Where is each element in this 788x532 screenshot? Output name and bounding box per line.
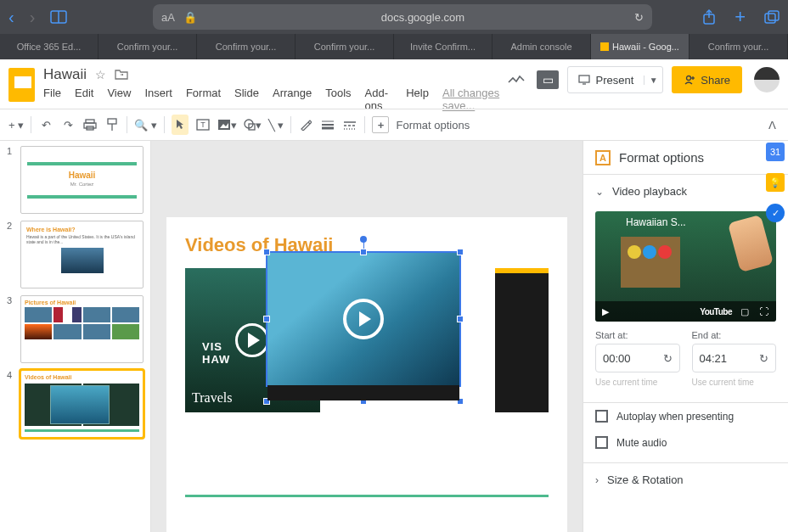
video-preview[interactable]: Hawaiian S... ▶ YouTube ▢ ⛶ <box>595 211 776 322</box>
start-at-input[interactable]: 00:00 ↻ <box>595 344 680 372</box>
video-element[interactable] <box>495 268 549 412</box>
paint-format-button[interactable] <box>104 115 120 135</box>
redo-button[interactable]: ↷ <box>60 115 76 135</box>
svg-text:T: T <box>200 120 205 129</box>
tabs-icon[interactable] <box>764 10 780 24</box>
slide[interactable]: Videos of Hawaii VISHAW Travels <box>166 217 567 532</box>
svg-rect-14 <box>108 119 116 124</box>
docs-header: Hawaii ☆ File Edit View Insert Format Sl… <box>0 59 788 109</box>
resize-handle[interactable] <box>457 249 464 255</box>
star-icon[interactable]: ☆ <box>95 68 106 81</box>
border-weight-button[interactable] <box>320 115 335 135</box>
shape-tool[interactable]: ▾ <box>244 115 262 135</box>
browser-tab[interactable]: Confirm your... <box>296 34 394 59</box>
border-dash-button[interactable] <box>342 115 357 135</box>
slide-number: 1 <box>7 146 15 214</box>
new-tab-icon[interactable]: + <box>735 6 746 28</box>
slide-thumbnail[interactable]: 3 Pictures of Hawaii <box>7 295 144 363</box>
present-dropdown[interactable]: ▼ <box>644 76 662 85</box>
move-to-folder-icon[interactable] <box>115 69 128 81</box>
share-icon[interactable] <box>702 9 716 25</box>
fullscreen-icon[interactable]: ⛶ <box>757 306 769 316</box>
browser-tab-active[interactable]: Hawaii - Goog... <box>591 34 690 59</box>
browser-tab[interactable]: Confirm your... <box>690 34 788 59</box>
checkbox-icon[interactable] <box>595 410 608 423</box>
new-slide-button[interactable]: + ▾ <box>8 115 24 135</box>
browser-tab[interactable]: Confirm your... <box>98 34 197 59</box>
svg-rect-4 <box>765 14 775 23</box>
format-options-icon: A <box>595 150 611 165</box>
preview-play-icon[interactable]: ▶ <box>602 306 609 317</box>
end-at-input[interactable]: 04:21 ↻ <box>692 344 777 372</box>
slide-number: 3 <box>7 295 15 363</box>
slide-thumbnail[interactable]: 2 Where is Hawaii? Hawaii is a part of t… <box>7 221 144 288</box>
section-size-rotation[interactable]: › Size & Rotation <box>583 462 788 496</box>
autoplay-checkbox-row[interactable]: Autoplay when presenting <box>583 403 788 429</box>
document-title[interactable]: Hawaii <box>43 66 87 83</box>
panel-title: Format options <box>619 150 757 165</box>
line-tool[interactable]: ╲ ▾ <box>268 115 284 135</box>
checkbox-icon[interactable] <box>595 436 608 449</box>
resize-handle[interactable] <box>263 249 270 255</box>
refresh-icon[interactable]: ↻ <box>759 352 768 365</box>
image-tool[interactable]: ▾ <box>217 115 237 135</box>
slide-thumbnail-active[interactable]: 4 Videos of Hawaii <box>7 370 144 438</box>
slide-thumbnail[interactable]: 1 Hawaii Mr. Cortez <box>7 146 144 214</box>
format-options-button[interactable]: + <box>372 116 389 133</box>
slide-divider <box>185 495 549 497</box>
collapse-toolbar-icon[interactable]: ᐱ <box>764 115 780 135</box>
undo-button[interactable]: ↶ <box>38 115 53 135</box>
reload-icon[interactable]: ↻ <box>634 11 644 24</box>
browser-tab-bar: Office 365 Ed... Confirm your... Confirm… <box>0 34 788 59</box>
border-color-button[interactable] <box>298 115 313 135</box>
activity-icon[interactable] <box>504 68 528 92</box>
rotation-handle[interactable] <box>360 236 367 243</box>
start-at-label: Start at: <box>595 330 680 340</box>
present-button[interactable]: Present ▼ <box>567 66 663 93</box>
selected-video-element[interactable] <box>266 251 461 387</box>
select-tool[interactable] <box>172 115 189 135</box>
url-bar[interactable]: aA 🔒 docs.google.com ↻ <box>153 4 652 30</box>
section-video-playback[interactable]: ⌄ Video playback <box>583 174 788 208</box>
comments-icon[interactable]: ▭ <box>537 70 559 89</box>
mute-checkbox-row[interactable]: Mute audio <box>583 429 788 456</box>
calendar-app-icon[interactable]: 31 <box>766 143 785 161</box>
tasks-app-icon[interactable]: ✓ <box>766 204 785 222</box>
bookmarks-icon[interactable] <box>50 10 67 24</box>
svg-point-8 <box>687 76 691 81</box>
resize-handle[interactable] <box>457 316 464 322</box>
slides-logo-icon[interactable] <box>8 68 35 102</box>
preview-video-title: Hawaiian S... <box>626 216 686 228</box>
share-person-icon <box>684 74 695 86</box>
zoom-button[interactable]: 🔍 ▾ <box>134 115 157 135</box>
textbox-tool[interactable]: T <box>195 115 211 135</box>
print-button[interactable] <box>82 115 98 135</box>
browser-tab[interactable]: Confirm your... <box>197 34 296 59</box>
browser-tab[interactable]: Invite Confirm... <box>394 34 492 59</box>
use-current-time-link[interactable]: Use current time <box>595 378 680 387</box>
browser-tab[interactable]: Office 365 Ed... <box>0 34 98 59</box>
youtube-logo[interactable]: YouTube <box>700 307 732 316</box>
browser-toolbar: ‹ › aA 🔒 docs.google.com ↻ + <box>0 0 788 34</box>
svg-rect-6 <box>579 76 589 82</box>
cast-icon[interactable]: ▢ <box>739 306 751 317</box>
slide-canvas[interactable]: Videos of Hawaii VISHAW Travels <box>151 141 583 532</box>
browser-tab[interactable]: Admin console <box>492 34 591 59</box>
share-button[interactable]: Share <box>672 66 742 93</box>
keep-app-icon[interactable]: 💡 <box>766 173 785 192</box>
slide-thumbnail-panel: 1 Hawaii Mr. Cortez 2 Where is Hawaii? H… <box>0 141 151 532</box>
present-icon <box>578 75 590 85</box>
refresh-icon[interactable]: ↻ <box>663 352 673 365</box>
back-button[interactable]: ‹ <box>8 8 14 27</box>
account-avatar[interactable] <box>754 67 780 92</box>
slide-number: 2 <box>7 221 15 288</box>
text-size-button[interactable]: aA <box>161 11 175 24</box>
resize-handle[interactable] <box>263 316 270 322</box>
chevron-down-icon: ⌄ <box>595 186 604 198</box>
use-current-time-link[interactable]: Use current time <box>692 378 777 387</box>
play-icon[interactable] <box>343 299 384 339</box>
url-domain: docs.google.com <box>381 11 464 24</box>
resize-handle[interactable] <box>360 249 367 255</box>
format-options-label[interactable]: Format options <box>396 119 470 132</box>
video-control-bar[interactable] <box>267 385 459 400</box>
